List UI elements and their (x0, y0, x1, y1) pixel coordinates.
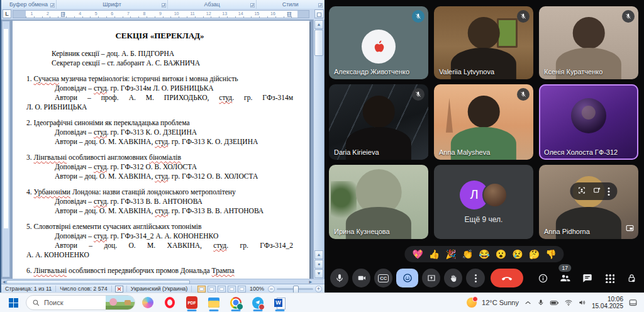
participant-tile[interactable]: Anna Pidhorna (539, 165, 638, 239)
zoom-in-button[interactable]: + (315, 286, 322, 292)
dialog-launcher-icon[interactable] (318, 3, 323, 8)
weather-icon[interactable] (467, 298, 477, 308)
page-indicator[interactable]: Страница: 1 из 11 (1, 286, 56, 292)
web-layout-view-button[interactable] (218, 286, 226, 292)
reaction-emoji[interactable]: 🎉 (445, 249, 456, 259)
next-page-button[interactable]: ▼ (314, 269, 323, 278)
participant-tile[interactable]: Александр Животченко (329, 6, 428, 79)
reaction-emoji[interactable]: 👍 (429, 249, 440, 259)
start-button[interactable] (4, 294, 23, 311)
document-line: Секретар секції – ст. лаборант А. С. ВАЖ… (26, 58, 293, 68)
tray-volume-icon[interactable] (578, 298, 587, 307)
chat-icon[interactable] (580, 271, 594, 285)
print-layout-view-button[interactable] (197, 286, 206, 292)
tray-expand-chevron[interactable] (524, 299, 532, 307)
pin-participant-icon[interactable] (592, 186, 601, 197)
taskbar-app-opera[interactable] (160, 294, 179, 311)
scrollbar-thumb[interactable] (314, 30, 323, 56)
fullscreen-view-button[interactable] (208, 286, 216, 292)
taskbar-clock[interactable]: 10:06 15.04.2025 (592, 296, 623, 309)
document-page[interactable]: СЕКЦІЯ «ПЕРЕКЛАД»Керівник секції – доц. … (13, 21, 309, 279)
vertical-scrollbar[interactable]: ▲ ▲ ● ▼ (313, 20, 324, 279)
search-icon (32, 299, 40, 307)
zoom-out-button[interactable]: − (268, 286, 275, 292)
horizontal-ruler[interactable]: 1234567891011121314151617 (13, 10, 309, 18)
ribbon-group-3[interactable]: Абзац (168, 0, 257, 9)
taskbar-app-telegram[interactable] (248, 294, 267, 311)
ribbon-group-4[interactable]: Стили (257, 0, 325, 9)
tray-battery-icon[interactable] (550, 298, 559, 308)
tray-wifi-icon[interactable] (564, 298, 573, 307)
participant-tile[interactable]: Олеся Холоста ГФ-312 (539, 84, 638, 160)
taskbar-app-word[interactable]: W (270, 294, 289, 311)
participant-name: Daria Kirieieva (334, 148, 379, 156)
taskbar-app-chrome[interactable] (226, 294, 245, 311)
more-options-button[interactable] (466, 269, 484, 287)
picture-in-picture-icon[interactable] (625, 223, 635, 235)
participant-tile[interactable]: Valeriia Lytvynova (434, 6, 533, 79)
present-button[interactable] (422, 269, 440, 287)
participant-tile[interactable]: Ирина Кузнецова (329, 165, 428, 239)
activities-icon[interactable] (602, 271, 616, 285)
ruler-toggle-button[interactable] (314, 9, 324, 18)
taskbar-app-copilot[interactable] (138, 294, 157, 311)
outline-view-button[interactable] (228, 286, 236, 292)
document-line (26, 260, 293, 266)
ruler-number: 6 (111, 11, 113, 16)
taskbar-app-explorer[interactable] (204, 294, 223, 311)
captions-button[interactable]: CC (374, 269, 392, 287)
word-count[interactable]: Число слов: 2 574 (56, 286, 112, 292)
avatar (571, 98, 606, 133)
reaction-emoji[interactable]: 👎 (545, 249, 556, 259)
zoom-level[interactable]: 100% (248, 286, 266, 292)
previous-page-button[interactable]: ▲ (314, 250, 323, 259)
ribbon-group-2[interactable]: Шрифт (57, 0, 168, 9)
participant-tile[interactable]: Ксенія Куратченко (539, 6, 638, 79)
reactions-button[interactable] (396, 269, 418, 287)
tray-mic-icon[interactable] (537, 299, 545, 306)
reaction-emoji[interactable]: 😢 (512, 249, 523, 259)
weather-text[interactable]: 12°C Sunny (482, 299, 519, 306)
dialog-launcher-icon[interactable] (162, 3, 166, 8)
document-area[interactable]: СЕКЦІЯ «ПЕРЕКЛАД»Керівник секції – доц. … (1, 20, 325, 279)
ribbon-group-1[interactable]: Буфер обмена (1, 0, 57, 9)
info-icon[interactable] (536, 271, 549, 285)
spellcheck-icon[interactable] (115, 286, 123, 292)
pdf-icon: PDF (186, 296, 197, 309)
dialog-launcher-icon[interactable] (250, 3, 255, 8)
participant-tile[interactable]: Daria Kirieieva (329, 84, 428, 160)
focus-participant-icon[interactable] (577, 186, 586, 197)
document-line: Доповідач – студ. гр. ГФз-314_2 А. А. КО… (26, 231, 293, 241)
reaction-emoji[interactable]: 💖 (412, 249, 423, 259)
dialog-launcher-icon[interactable] (50, 3, 55, 8)
browse-object-button[interactable]: ● (314, 260, 323, 269)
reaction-emoji[interactable]: 😂 (479, 249, 489, 259)
chrome-profile-badge (236, 303, 243, 310)
camera-button[interactable] (352, 269, 370, 287)
scroll-up-button[interactable]: ▲ (314, 20, 323, 29)
taskbar-app-pdf[interactable]: PDF (182, 294, 201, 311)
end-call-button[interactable] (491, 269, 524, 287)
language-indicator[interactable]: Украинский (Украина) (126, 286, 192, 292)
raise-hand-button[interactable] (444, 269, 462, 287)
tile-hover-controls[interactable] (570, 182, 617, 200)
draft-view-button[interactable] (238, 286, 246, 292)
reaction-emoji[interactable]: 😮 (496, 249, 506, 259)
host-controls-icon[interactable] (625, 271, 638, 285)
notification-center-icon[interactable] (628, 298, 638, 308)
tab-selector-label: L (5, 11, 9, 17)
participants-icon[interactable]: 17 (558, 271, 572, 285)
reaction-emoji[interactable]: 👏 (462, 249, 473, 259)
ruler-number: 15 (254, 11, 259, 16)
mic-button[interactable] (330, 269, 348, 287)
reaction-emoji[interactable]: 🤔 (529, 249, 540, 259)
taskbar-search[interactable]: Поиск (26, 295, 135, 310)
search-placeholder: Поиск (44, 299, 102, 306)
tab-selector[interactable]: L (3, 9, 11, 18)
participant-tile[interactable]: ЛЕщё 9 чел. (434, 165, 533, 239)
participant-tile[interactable]: Anna Malysheva (434, 84, 533, 160)
zoom-slider[interactable] (277, 288, 313, 290)
ruler-number: 13 (222, 11, 227, 16)
tile-more-options-icon[interactable] (608, 191, 609, 192)
participant-name: Anna Pidhorna (544, 228, 590, 235)
